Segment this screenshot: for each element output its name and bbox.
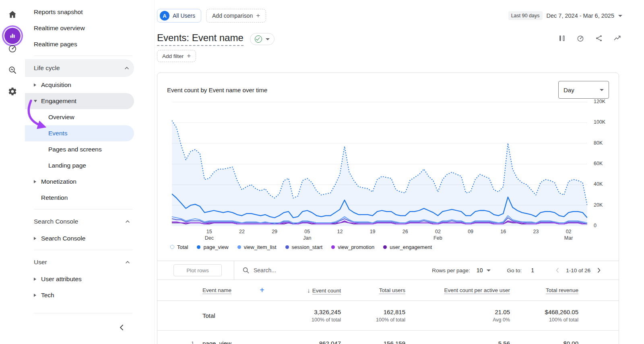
legend-item-view_promotion[interactable]: view_promotion: [331, 244, 374, 250]
sidebar-item-retention[interactable]: Retention: [25, 190, 154, 206]
add-filter-button[interactable]: Add filter +: [157, 50, 196, 62]
sidebar-item-tech[interactable]: Tech: [25, 287, 154, 303]
section-label: Life cycle: [34, 64, 60, 72]
sparkline-icon: [613, 34, 621, 42]
chevron-down-icon[interactable]: [618, 15, 622, 17]
search-input[interactable]: [254, 267, 342, 274]
add-dimension-button[interactable]: +: [260, 286, 264, 295]
total-event-count: 3,326,245: [264, 309, 341, 315]
sidebar-item-realtime-overview[interactable]: Realtime overview: [25, 20, 154, 36]
x-axis-tick-label: 16: [500, 228, 506, 235]
row-index: 1: [191, 340, 202, 344]
share-button[interactable]: [595, 34, 603, 44]
y-axis-tick-label: 100K: [594, 119, 605, 125]
column-header-event-name[interactable]: Event name: [202, 287, 231, 293]
section-header-user[interactable]: User: [25, 253, 154, 271]
explore-report-button[interactable]: [613, 34, 621, 44]
legend-item-user_engagement[interactable]: user_engagement: [383, 244, 432, 250]
date-range-picker[interactable]: Dec 7, 2024 - Mar 6, 2025: [547, 12, 614, 19]
sidebar-item-label: Acquisition: [41, 81, 71, 89]
pagination-range: 1-10 of 26: [566, 267, 590, 274]
x-axis-tick-label: 29: [272, 228, 277, 235]
compare-reports-button[interactable]: [558, 34, 566, 44]
plot-rows-button[interactable]: Plot rows: [173, 264, 222, 276]
y-axis-tick-label: 80K: [594, 140, 603, 146]
table-toolbar: Plot rows Rows per page: 10 Go to:: [157, 261, 619, 280]
legend-item-session_start[interactable]: session_start: [285, 244, 323, 250]
event-name-cell: page_view: [202, 340, 231, 344]
data-quality-badge[interactable]: [250, 33, 275, 45]
sidebar-item-events[interactable]: Events: [25, 125, 134, 141]
go-to-page-input[interactable]: [527, 267, 538, 274]
compare-icon: [558, 34, 566, 42]
admin-gear-icon[interactable]: [8, 87, 17, 96]
search-icon: [242, 267, 250, 274]
chart-area: 020K40K60K80K100K120K: [157, 102, 619, 226]
page-title[interactable]: Events: Event name: [157, 32, 244, 46]
expand-down-icon: [34, 100, 37, 102]
legend-marker: [197, 245, 200, 249]
legend-label: view_item_list: [244, 244, 277, 250]
legend-item-page_view[interactable]: page_view: [197, 244, 228, 250]
column-header-event-count[interactable]: Event count: [312, 288, 341, 294]
add-comparison-button[interactable]: Add comparison +: [206, 9, 266, 23]
legend-marker: [285, 245, 289, 249]
column-header-total-revenue[interactable]: Total revenue: [546, 287, 578, 293]
explore-icon-glyph: [8, 65, 17, 75]
expand-right-icon: [34, 294, 36, 297]
sidebar-item-overview[interactable]: Overview: [25, 109, 154, 125]
legend-item-Total[interactable]: Total: [170, 244, 188, 250]
chevron-right-icon: [595, 267, 603, 274]
sidebar-item-landing-page[interactable]: Landing page: [25, 157, 154, 174]
section-header-life-cycle[interactable]: Life cycle: [25, 59, 134, 77]
chevron-left-icon: [118, 324, 125, 331]
explore-icon[interactable]: [8, 65, 17, 75]
sidebar-item-search-console[interactable]: Search Console: [25, 230, 154, 247]
reports-icon[interactable]: [4, 28, 21, 44]
sidebar-item-reports-snapshot[interactable]: Reports snapshot: [25, 4, 154, 20]
collapse-sidebar-button[interactable]: [118, 324, 125, 333]
sidebar-item-pages-and-screens[interactable]: Pages and screens: [25, 141, 154, 157]
all-users-comparison-chip[interactable]: A All Users: [157, 9, 201, 23]
previous-page-button[interactable]: [554, 267, 561, 274]
chevron-down-icon: [600, 89, 604, 91]
expand-right-icon: [34, 278, 36, 281]
home-icon-glyph: [8, 10, 17, 19]
sidebar-item-monetization[interactable]: Monetization: [25, 174, 154, 190]
section-header-search-console[interactable]: Search Console: [25, 213, 154, 230]
sidebar-item-label: Monetization: [41, 178, 76, 185]
sidebar-item-engagement[interactable]: Engagement: [25, 93, 134, 109]
rows-per-page-select[interactable]: 10: [477, 267, 491, 274]
total-users-sub: 100% of total: [341, 317, 405, 323]
granularity-select[interactable]: Day: [558, 81, 609, 99]
advertising-icon-glyph: [8, 44, 17, 54]
legend-label: view_promotion: [338, 244, 374, 250]
insights-button[interactable]: [576, 34, 584, 44]
section-label: User: [34, 259, 47, 266]
sidebar-divider: [34, 56, 132, 56]
sidebar-item-acquisition[interactable]: Acquisition: [25, 77, 154, 93]
home-icon[interactable]: [8, 10, 17, 19]
column-header-total-users[interactable]: Total users: [379, 287, 405, 293]
comparison-chip-label: All Users: [173, 12, 195, 19]
filter-row: Add filter +: [157, 50, 644, 62]
advertising-icon[interactable]: [8, 44, 17, 54]
y-axis-tick-label: 120K: [594, 99, 605, 104]
column-header-event-count-per-active-user[interactable]: Event count per active user: [444, 287, 510, 293]
expand-right-icon: [34, 180, 36, 183]
sidebar-item-label: Events: [48, 130, 67, 137]
sidebar-item-user-attributes[interactable]: User attributes: [25, 271, 154, 287]
x-axis-labels: 15Dec222905Jan12192602Feb09162302Mar: [172, 226, 587, 240]
next-page-button[interactable]: [595, 267, 603, 274]
gear-icon-glyph: [8, 87, 17, 96]
sidebar-item-label: Pages and screens: [48, 146, 102, 153]
avatar: A: [160, 11, 169, 21]
y-axis-tick-label: 20K: [594, 202, 603, 208]
total-users-cell: 156,159: [341, 340, 405, 344]
x-axis-tick-label: 12: [337, 228, 343, 235]
legend-label: session_start: [292, 244, 323, 250]
insights-icon: [576, 34, 584, 42]
chevron-left-icon: [554, 267, 561, 274]
legend-item-view_item_list[interactable]: view_item_list: [237, 244, 277, 250]
sidebar-item-realtime-pages[interactable]: Realtime pages: [25, 36, 154, 52]
